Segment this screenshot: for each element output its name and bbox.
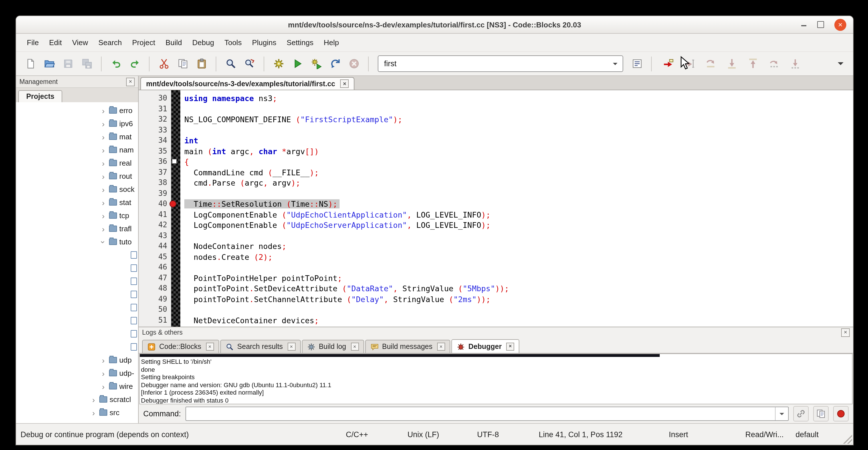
code-line[interactable]: 30using namespace ns3;	[139, 93, 853, 103]
editor-margin-cell[interactable]	[167, 294, 181, 304]
code-editor[interactable]: 30using namespace ns3;3132NS_LOG_COMPONE…	[139, 90, 853, 327]
code-line[interactable]: 41 LogComponentEnable ("UdpEchoClientApp…	[139, 209, 853, 220]
new-file-button[interactable]	[22, 55, 39, 72]
code-line[interactable]: 33	[139, 125, 853, 136]
tree-item-six[interactable]: six	[16, 327, 138, 340]
project-tree[interactable]: erroipv6matnamrealroutsockstattcptrafltu…	[16, 102, 138, 423]
log-tab-close-icon[interactable]	[206, 342, 214, 351]
tree-item-ipv6[interactable]: ipv6	[16, 117, 138, 130]
editor-margin-cell[interactable]	[167, 220, 181, 231]
menu-item-search[interactable]: Search	[93, 35, 127, 50]
code-line[interactable]: 32NS_LOG_COMPONENT_DEFINE ("FirstScriptE…	[139, 114, 853, 125]
close-button[interactable]	[834, 19, 846, 31]
editor-margin-cell[interactable]	[167, 167, 181, 178]
code-line[interactable]: 51 NetDeviceContainer devices;	[139, 315, 853, 326]
toolbar-overflow-chevron-icon[interactable]	[834, 55, 847, 72]
abort-button[interactable]	[345, 55, 362, 72]
find-button[interactable]	[222, 55, 239, 72]
fold-marker[interactable]	[172, 159, 177, 164]
copy-log-button[interactable]	[813, 406, 829, 421]
editor-margin-cell[interactable]	[167, 199, 181, 209]
code-line[interactable]: 50	[139, 304, 853, 315]
copy-button[interactable]	[174, 55, 191, 72]
code-line[interactable]: 31	[139, 103, 853, 114]
editor-margin-cell[interactable]	[167, 326, 181, 327]
log-tab-code--blocks[interactable]: Code::Blocks	[142, 340, 219, 353]
chevron-right-icon[interactable]	[100, 133, 107, 141]
code-line[interactable]: 52 devices = pointToPoint.Install (nodes…	[139, 326, 853, 327]
chevron-right-icon[interactable]	[100, 225, 107, 233]
log-tab-close-icon[interactable]	[506, 342, 514, 350]
build-button[interactable]	[270, 55, 287, 72]
code-line[interactable]: 49 pointToPoint.SetChannelAttribute ("De…	[139, 294, 853, 304]
code-line[interactable]: 40 Time::SetResolution (Time::NS);	[139, 199, 853, 209]
code-line[interactable]: 34int	[139, 136, 853, 146]
menu-item-edit[interactable]: Edit	[44, 35, 67, 50]
code-line[interactable]: 38 cmd.Parse (argc, argv);	[139, 178, 853, 188]
chevron-right-icon[interactable]	[100, 185, 107, 193]
attach-button[interactable]	[793, 406, 809, 421]
code-line[interactable]: 37 CommandLine cmd (__FILE__);	[139, 167, 853, 178]
debug-continue-button[interactable]	[660, 55, 677, 72]
tree-item-trafl[interactable]: trafl	[16, 222, 138, 235]
logs-close-icon[interactable]	[841, 328, 850, 337]
editor-margin-cell[interactable]	[167, 178, 181, 188]
menu-item-file[interactable]: File	[22, 35, 44, 50]
tree-item-tcp[interactable]: tcp	[16, 209, 138, 222]
symbols-button[interactable]	[628, 55, 645, 72]
editor-margin-cell[interactable]	[167, 304, 181, 315]
menu-item-build[interactable]: Build	[160, 35, 187, 50]
step-into-button[interactable]	[723, 55, 740, 72]
log-tab-build-messages[interactable]: Build messages	[365, 340, 450, 353]
editor-margin-cell[interactable]	[167, 251, 181, 262]
chevron-right-icon[interactable]	[100, 159, 107, 167]
management-close-icon[interactable]	[126, 78, 135, 86]
editor-margin-cell[interactable]	[167, 209, 181, 220]
code-line[interactable]: 48 pointToPoint.SetDeviceAttribute ("Dat…	[139, 283, 853, 294]
editor-margin-cell[interactable]	[167, 136, 181, 146]
tree-item-erro[interactable]: erro	[16, 104, 138, 117]
cut-button[interactable]	[155, 55, 172, 72]
tree-item-tuto[interactable]: tuto	[16, 235, 138, 248]
chevron-right-icon[interactable]	[90, 409, 97, 417]
chevron-right-icon[interactable]	[100, 382, 107, 390]
code-line[interactable]: 36{	[139, 156, 853, 167]
tree-item-nam[interactable]: nam	[16, 143, 138, 156]
log-tab-close-icon[interactable]	[437, 342, 445, 351]
tree-item-real[interactable]: real	[16, 156, 138, 170]
save-button[interactable]	[59, 55, 76, 72]
tree-item-se[interactable]: se	[16, 314, 138, 327]
chevron-right-icon[interactable]	[100, 356, 107, 364]
open-folder-button[interactable]	[40, 55, 58, 72]
tree-item-udp[interactable]: udp	[16, 354, 138, 367]
menu-item-view[interactable]: View	[67, 35, 93, 50]
next-instruction-button[interactable]	[765, 55, 782, 72]
log-tab-close-icon[interactable]	[287, 342, 295, 351]
editor-margin-cell[interactable]	[167, 231, 181, 241]
editor-margin-cell[interactable]	[167, 114, 181, 125]
tree-item-sock[interactable]: sock	[16, 183, 138, 196]
tree-item-he[interactable]: he	[16, 288, 138, 301]
tree-item-mat[interactable]: mat	[16, 130, 138, 143]
redo-button[interactable]	[126, 55, 143, 72]
command-input[interactable]	[185, 407, 789, 421]
editor-margin-cell[interactable]	[167, 146, 181, 156]
editor-tab-close-icon[interactable]	[340, 79, 349, 88]
tree-item-stat[interactable]: stat	[16, 196, 138, 209]
chevron-right-icon[interactable]	[100, 120, 107, 128]
editor-margin-cell[interactable]	[167, 188, 181, 199]
menu-item-debug[interactable]: Debug	[187, 35, 219, 50]
code-line[interactable]: 42 LogComponentEnable ("UdpEchoServerApp…	[139, 220, 853, 231]
code-line[interactable]: 35main (int argc, char *argv[])	[139, 146, 853, 156]
chevron-right-icon[interactable]	[100, 212, 107, 219]
chevron-right-icon[interactable]	[100, 369, 107, 377]
next-line-button[interactable]	[702, 55, 719, 72]
build-and-run-button[interactable]	[308, 55, 325, 72]
run-button[interactable]	[289, 55, 306, 72]
tree-item-rout[interactable]: rout	[16, 170, 138, 183]
editor-margin-cell[interactable]	[167, 125, 181, 136]
save-all-button[interactable]	[78, 55, 95, 72]
undo-button[interactable]	[107, 55, 124, 72]
chevron-right-icon[interactable]	[90, 395, 97, 403]
command-dropdown-icon[interactable]	[775, 407, 788, 420]
